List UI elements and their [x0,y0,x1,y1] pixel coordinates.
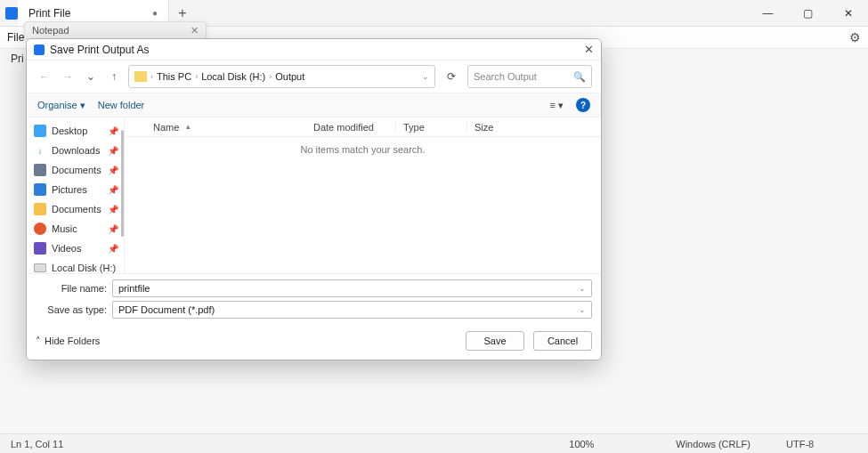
refresh-button[interactable]: ⟳ [441,70,462,83]
sidebar-item-label: Music [52,223,77,234]
organise-menu[interactable]: Organise ▾ [37,100,85,111]
chevron-right-icon: › [150,72,153,81]
background-window-tab[interactable]: Notepad ✕ [24,21,207,39]
sidebar-item-icon [34,125,46,137]
col-size[interactable]: Size [466,122,520,133]
nav-recent-button[interactable]: ⌄ [82,68,100,85]
folder-icon [134,71,147,82]
sidebar-item-icon [34,203,46,215]
dialog-footer: File name: printfile ⌄ Save as type: PDF… [27,273,601,360]
status-bar: Ln 1, Col 11 100% Windows (CRLF) UTF-8 [0,433,868,453]
status-encoding: UTF-8 [786,439,857,449]
background-window-title: Notepad [32,25,69,36]
sidebar-item-icon [34,242,46,255]
search-placeholder: Search Output [474,71,537,82]
sidebar-item-icon [34,164,46,176]
savetype-dropdown-icon[interactable]: ⌄ [579,305,586,314]
cancel-button[interactable]: Cancel [533,331,592,351]
nav-row: ← → ⌄ ↑ › This PC › Local Disk (H:) › Ou… [27,61,601,93]
close-button[interactable]: ✕ [828,0,868,27]
new-tab-button[interactable]: + [169,5,196,21]
pin-icon: 📌 [108,166,118,175]
maximize-button[interactable]: ▢ [788,0,828,27]
new-folder-button[interactable]: New folder [98,100,145,110]
search-icon: 🔍 [573,71,586,83]
tab-modified-dot: ● [152,8,158,18]
chevron-right-icon: › [269,72,272,81]
sidebar-item-label: Documents [52,165,101,175]
chevron-right-icon: › [195,72,198,81]
sidebar-item-icon [34,222,46,235]
sidebar-item-icon [34,263,46,272]
pin-icon: 📌 [108,224,118,234]
sidebar-item[interactable]: ↓Downloads📌 [27,141,124,160]
col-type[interactable]: Type [395,122,466,133]
sidebar-item[interactable]: Videos📌 [27,239,124,258]
sidebar-item[interactable]: Local Disk (H:) [27,258,124,273]
pin-icon: 📌 [108,126,118,136]
dialog-close-button[interactable]: ✕ [584,43,594,56]
savetype-select[interactable]: PDF Document (*.pdf) ⌄ [112,301,592,319]
nav-forward-button[interactable]: → [59,68,77,85]
gear-icon[interactable]: ⚙ [849,30,861,44]
dialog-title: Save Print Output As [50,44,149,56]
pin-icon: 📌 [108,146,118,156]
path-folder[interactable]: Output [275,71,304,82]
col-name[interactable]: Name▲ [146,122,306,133]
address-bar[interactable]: › This PC › Local Disk (H:) › Output ⌄ [128,65,435,88]
sidebar-item-icon [34,183,46,196]
app-icon [5,7,18,20]
sidebar-item[interactable]: Desktop📌 [27,121,124,141]
empty-message: No items match your search. [125,137,601,273]
dialog-icon [34,44,45,55]
col-date[interactable]: Date modified [306,122,395,133]
save-dialog: Save Print Output As ✕ ← → ⌄ ↑ › This PC… [26,38,602,360]
sidebar-item[interactable]: Documents📌 [27,199,124,219]
sidebar-item-label: Documents [52,204,101,214]
hide-folders-toggle[interactable]: ˄ Hide Folders [36,336,100,347]
pin-icon: 📌 [108,244,118,254]
save-button[interactable]: Save [466,331,524,351]
sidebar-item[interactable]: Music📌 [27,219,124,239]
path-root[interactable]: This PC [157,71,191,82]
status-position: Ln 1, Col 11 [11,439,82,449]
savetype-label: Save as type: [36,304,112,315]
minimize-button[interactable]: — [748,0,788,27]
filename-label: File name: [36,283,112,294]
folder-tree: Desktop📌↓Downloads📌Documents📌Pictures📌Do… [27,117,125,273]
sidebar-item-icon: ↓ [34,144,46,157]
sidebar-item-label: Pictures [52,184,87,195]
tab-title: Print File [28,7,70,20]
filename-dropdown-icon[interactable]: ⌄ [579,284,586,293]
file-menu[interactable]: File [7,31,24,44]
sidebar-item-label: Downloads [52,145,100,156]
sidebar-item[interactable]: Documents📌 [27,160,124,180]
dialog-toolbar: Organise ▾ New folder ≡ ▾ ? [27,93,601,117]
dialog-titlebar: Save Print Output As ✕ [27,39,601,61]
chevron-up-icon: ˄ [36,336,41,347]
sidebar-item-label: Desktop [52,125,87,136]
address-dropdown-icon[interactable]: ⌄ [422,72,429,81]
sidebar-item[interactable]: Pictures📌 [27,180,124,199]
sort-asc-icon: ▲ [184,123,191,131]
help-icon[interactable]: ? [576,98,590,112]
background-window-close[interactable]: ✕ [191,25,199,36]
path-drive[interactable]: Local Disk (H:) [201,71,265,82]
pin-icon: 📌 [108,205,118,214]
file-list-pane: Name▲ Date modified Type Size No items m… [125,117,601,273]
status-eol: Windows (CRLF) [676,439,750,449]
filename-input[interactable]: printfile ⌄ [112,279,592,297]
column-headers: Name▲ Date modified Type Size [125,117,601,137]
sidebar-item-label: Videos [52,243,81,254]
status-zoom[interactable]: 100% [569,439,640,449]
nav-up-button[interactable]: ↑ [105,68,123,85]
pin-icon: 📌 [108,185,118,195]
nav-back-button[interactable]: ← [36,68,53,85]
view-options-button[interactable]: ≡ ▾ [550,100,564,111]
sidebar-item-label: Local Disk (H:) [52,263,116,273]
search-input[interactable]: Search Output 🔍 [467,65,592,88]
